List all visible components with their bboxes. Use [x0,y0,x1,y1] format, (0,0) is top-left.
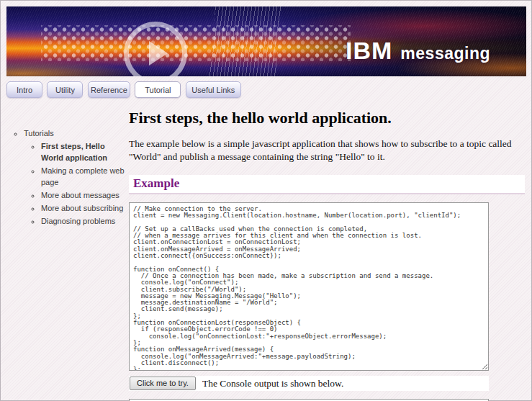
run-row: Click me to try. The Console output is s… [129,376,489,391]
brand-ibm-text: IBM [346,37,392,64]
sidebar-item-more-about-subscribing[interactable]: More about subscribing [41,202,126,214]
tab-reference[interactable]: Reference [88,81,130,98]
code-editor-textarea[interactable]: // Make connection to the server. client… [129,202,489,371]
banner-mesh-pattern [209,6,281,76]
play-triangle-icon [149,41,168,66]
sidebar-root-tutorials: Tutorials [24,127,123,139]
sidebar: Tutorials First steps, Hello World appli… [1,99,123,401]
example-heading: Example [133,176,520,191]
sidebar-item-diagnosing-problems[interactable]: Diagnosing problems [41,215,126,227]
page-title: First steps, the hello world application… [129,109,525,127]
click-me-to-try-button[interactable]: Click me to try. [130,377,196,390]
brand-logo: IBMmessaging [346,37,490,65]
tab-useful-links[interactable]: Useful Links [186,81,241,98]
intro-paragraph: The example below is a simple javascript… [129,138,521,163]
sidebar-item-first-steps[interactable]: First steps, Hello World application [41,140,126,163]
brand-messaging-text: messaging [400,44,490,63]
banner-dot-pattern [41,25,351,61]
console-caption: The Console output is shown below. [202,378,343,389]
header-banner: IBMmessaging [6,6,526,76]
content-area: Tutorials First steps, Hello World appli… [1,99,532,401]
tab-tutorial[interactable]: Tutorial [135,81,181,98]
tab-utility[interactable]: Utility [47,81,83,98]
sidebar-item-more-about-messages[interactable]: More about messages [41,189,126,201]
main-column: First steps, the hello world application… [123,99,532,401]
example-section-header: Example [129,175,525,194]
sidebar-item-complete-web-page[interactable]: Making a complete web page [41,165,126,188]
tab-bar: Intro Utility Reference Tutorial Useful … [6,81,243,99]
page: IBMmessaging Intro Utility Reference Tut… [0,0,532,401]
tab-intro[interactable]: Intro [6,81,42,98]
